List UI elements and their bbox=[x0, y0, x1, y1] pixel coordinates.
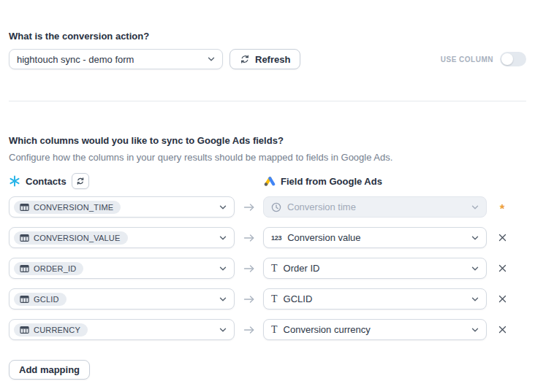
destination-field-select[interactable]: 123 T GCLID bbox=[263, 288, 487, 310]
required-asterisk: * bbox=[500, 201, 505, 213]
source-column-select[interactable]: GCLID bbox=[9, 288, 235, 310]
text-icon: T bbox=[271, 264, 278, 274]
column-name: CURRENCY bbox=[34, 326, 80, 334]
chevron-down-icon bbox=[219, 326, 227, 334]
source-column-select[interactable]: CONVERSION_VALUE bbox=[9, 227, 235, 248]
clock-icon bbox=[271, 202, 281, 212]
mapping-rows: CONVERSION_TIME 123 T Conversion time bbox=[9, 196, 526, 340]
column-headers: Contacts Field from Google Ads bbox=[9, 173, 526, 189]
field-name: Order ID bbox=[284, 263, 320, 274]
use-column-toggle[interactable] bbox=[500, 52, 526, 66]
chevron-down-icon bbox=[219, 203, 227, 212]
destination-name: Field from Google Ads bbox=[281, 176, 382, 187]
column-badge: CURRENCY bbox=[14, 323, 88, 337]
section-divider bbox=[9, 101, 526, 101]
source-column-select[interactable]: CURRENCY bbox=[9, 319, 235, 340]
arrow-right-icon bbox=[243, 294, 255, 304]
destination-field-select[interactable]: 123 T Conversion currency bbox=[263, 319, 487, 340]
conversion-action-label: What is the conversion action? bbox=[9, 31, 526, 42]
table-icon bbox=[20, 203, 29, 212]
text-icon: T bbox=[271, 325, 278, 335]
source-column-header: Contacts bbox=[9, 173, 235, 189]
conversion-action-controls: hightouch sync - demo form Refresh USE C… bbox=[9, 49, 526, 69]
table-icon bbox=[20, 295, 29, 304]
destination-field-select[interactable]: 123 T Conversion value bbox=[263, 227, 487, 248]
chevron-down-icon bbox=[471, 326, 479, 334]
google-ads-icon bbox=[263, 176, 276, 187]
mapping-row: CONVERSION_VALUE 123 T Conversion value bbox=[9, 227, 526, 248]
arrow-right-icon bbox=[243, 202, 255, 212]
mapping-row: ORDER_ID 123 T Order ID bbox=[9, 258, 526, 279]
mapping-row: GCLID 123 T GCLID bbox=[9, 288, 526, 310]
close-icon bbox=[498, 326, 506, 334]
chevron-down-icon bbox=[471, 234, 479, 242]
conversion-action-value: hightouch sync - demo form bbox=[17, 54, 134, 65]
use-column-label: USE COLUMN bbox=[441, 55, 493, 64]
mapping-section-description: Configure how the columns in your query … bbox=[9, 152, 526, 163]
mapping-row: CURRENCY 123 T Conversion currency bbox=[9, 319, 526, 340]
field-name: Conversion value bbox=[287, 232, 360, 243]
column-name: CONVERSION_TIME bbox=[34, 203, 113, 212]
chevron-down-icon bbox=[471, 203, 479, 212]
refresh-icon bbox=[240, 54, 250, 64]
mapping-row: CONVERSION_TIME 123 T Conversion time bbox=[9, 196, 526, 218]
close-icon bbox=[498, 264, 506, 272]
destination-field-select[interactable]: 123 T Order ID bbox=[263, 258, 487, 279]
remove-mapping-button[interactable] bbox=[494, 230, 510, 246]
field-name: Conversion currency bbox=[284, 324, 371, 335]
refresh-button[interactable]: Refresh bbox=[229, 49, 300, 69]
number-icon: 123 bbox=[271, 234, 281, 242]
chevron-down-icon bbox=[207, 55, 216, 64]
arrow-right-icon bbox=[243, 264, 255, 274]
source-column-select[interactable]: ORDER_ID bbox=[9, 258, 235, 279]
column-name: CONVERSION_VALUE bbox=[34, 234, 121, 242]
conversion-action-select[interactable]: hightouch sync - demo form bbox=[9, 49, 223, 69]
refresh-columns-button[interactable] bbox=[72, 173, 89, 189]
table-icon bbox=[20, 264, 29, 273]
chevron-down-icon bbox=[471, 264, 479, 273]
column-name: GCLID bbox=[34, 295, 59, 304]
arrow-right-icon bbox=[243, 325, 255, 335]
source-name: Contacts bbox=[26, 176, 67, 187]
remove-mapping-button[interactable] bbox=[494, 322, 510, 338]
chevron-down-icon bbox=[219, 264, 227, 273]
table-icon bbox=[20, 326, 29, 334]
field-name: Conversion time bbox=[287, 201, 356, 212]
table-icon bbox=[20, 234, 29, 242]
add-mapping-label: Add mapping bbox=[19, 364, 80, 375]
chevron-down-icon bbox=[219, 234, 227, 242]
destination-field-header: Field from Google Ads bbox=[263, 176, 487, 187]
column-badge: CONVERSION_TIME bbox=[14, 201, 121, 214]
remove-mapping-button[interactable] bbox=[494, 291, 510, 307]
column-badge: GCLID bbox=[14, 293, 67, 306]
toggle-knob bbox=[501, 53, 513, 65]
destination-field-select: 123 T Conversion time bbox=[263, 196, 487, 218]
column-name: ORDER_ID bbox=[34, 264, 76, 273]
chevron-down-icon bbox=[471, 295, 479, 304]
arrow-right-icon bbox=[243, 233, 255, 243]
mapping-section-title: Which columns would you like to sync to … bbox=[9, 135, 526, 146]
column-badge: CONVERSION_VALUE bbox=[14, 231, 128, 245]
refresh-label: Refresh bbox=[255, 54, 290, 65]
chevron-down-icon bbox=[219, 295, 227, 304]
snowflake-icon bbox=[9, 175, 20, 187]
remove-mapping-button[interactable] bbox=[494, 261, 510, 277]
close-icon bbox=[498, 234, 506, 242]
close-icon bbox=[498, 295, 506, 303]
source-column-select[interactable]: CONVERSION_TIME bbox=[9, 196, 235, 218]
column-badge: ORDER_ID bbox=[14, 262, 83, 275]
add-mapping-button[interactable]: Add mapping bbox=[9, 360, 90, 380]
field-name: GCLID bbox=[284, 293, 313, 304]
text-icon: T bbox=[271, 294, 278, 304]
